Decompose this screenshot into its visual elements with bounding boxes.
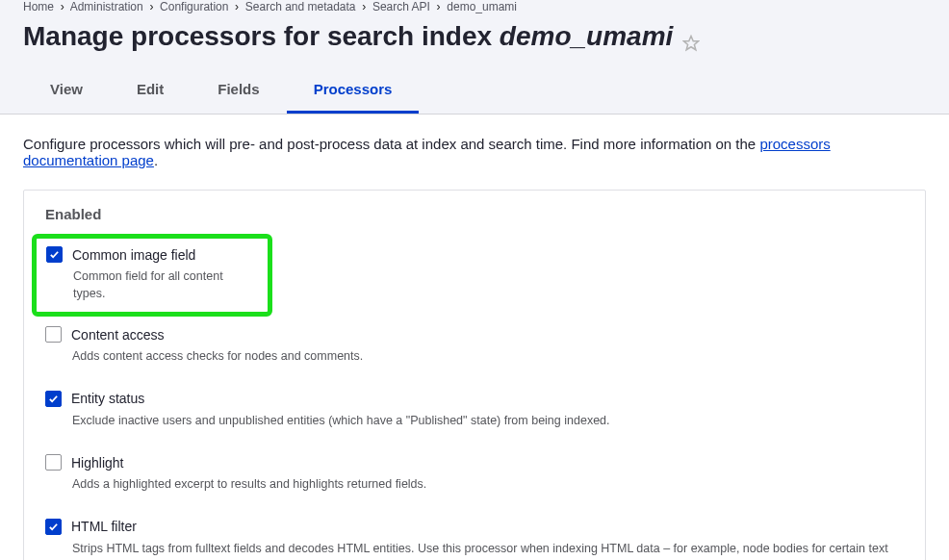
checkbox-html-filter[interactable]: [45, 519, 62, 535]
top-region: Home › Administration › Configuration › …: [0, 0, 949, 115]
processor-list: Common image field Common field for all …: [24, 234, 925, 560]
desc-content-access: Adds content access checks for nodes and…: [72, 348, 904, 366]
tab-fields[interactable]: Fields: [191, 69, 286, 114]
processor-html-filter: HTML filter Strips HTML tags from fullte…: [45, 509, 904, 561]
label-common-image[interactable]: Common image field: [72, 247, 195, 263]
crumb-search-api[interactable]: Search API: [372, 0, 430, 13]
checkbox-highlight[interactable]: [45, 454, 62, 471]
page-title-index: demo_umami: [500, 21, 674, 51]
svg-marker-0: [684, 37, 699, 50]
highlight-annotation: Common image field Common field for all …: [32, 234, 272, 317]
page-title: Manage processors for search index demo_…: [23, 17, 926, 69]
content: Configure processors which will pre- and…: [0, 115, 949, 560]
intro-before: Configure processors which will pre- and…: [23, 136, 759, 152]
crumb-admin[interactable]: Administration: [70, 0, 143, 13]
page-title-prefix: Manage processors for search index: [23, 21, 500, 51]
processor-entity-status: Entity status Exclude inactive users and…: [45, 381, 904, 445]
checkbox-content-access[interactable]: [45, 326, 62, 343]
intro-after: .: [154, 152, 158, 168]
panel-header: Enabled: [24, 191, 925, 238]
crumb-search-meta[interactable]: Search and metadata: [245, 0, 356, 13]
star-icon[interactable]: [682, 28, 700, 45]
label-content-access[interactable]: Content access: [71, 327, 165, 343]
desc-html-filter: Strips HTML tags from fulltext fields an…: [72, 541, 904, 561]
desc-highlight: Adds a highlighted excerpt to results an…: [72, 476, 904, 494]
label-html-filter[interactable]: HTML filter: [71, 519, 137, 534]
checkbox-common-image[interactable]: [46, 246, 63, 263]
processor-highlight: Highlight Adds a highlighted excerpt to …: [45, 445, 904, 509]
checkbox-entity-status[interactable]: [45, 391, 62, 407]
crumb-config[interactable]: Configuration: [160, 0, 228, 13]
tab-processors[interactable]: Processors: [287, 69, 420, 114]
processor-content-access: Content access Adds content access check…: [45, 317, 904, 381]
enabled-panel: Enabled Common image field Common field …: [23, 190, 926, 560]
desc-common-image: Common field for all content types.: [73, 268, 258, 302]
desc-entity-status: Exclude inactive users and unpublished e…: [72, 413, 904, 430]
intro-text: Configure processors which will pre- and…: [23, 136, 926, 168]
tabs: View Edit Fields Processors: [23, 69, 926, 114]
label-highlight[interactable]: Highlight: [71, 455, 123, 471]
tab-edit[interactable]: Edit: [110, 69, 191, 114]
crumb-home[interactable]: Home: [23, 0, 54, 13]
breadcrumb: Home › Administration › Configuration › …: [23, 0, 926, 17]
label-entity-status[interactable]: Entity status: [71, 391, 144, 406]
tab-view[interactable]: View: [23, 69, 110, 114]
crumb-index[interactable]: demo_umami: [447, 0, 517, 13]
